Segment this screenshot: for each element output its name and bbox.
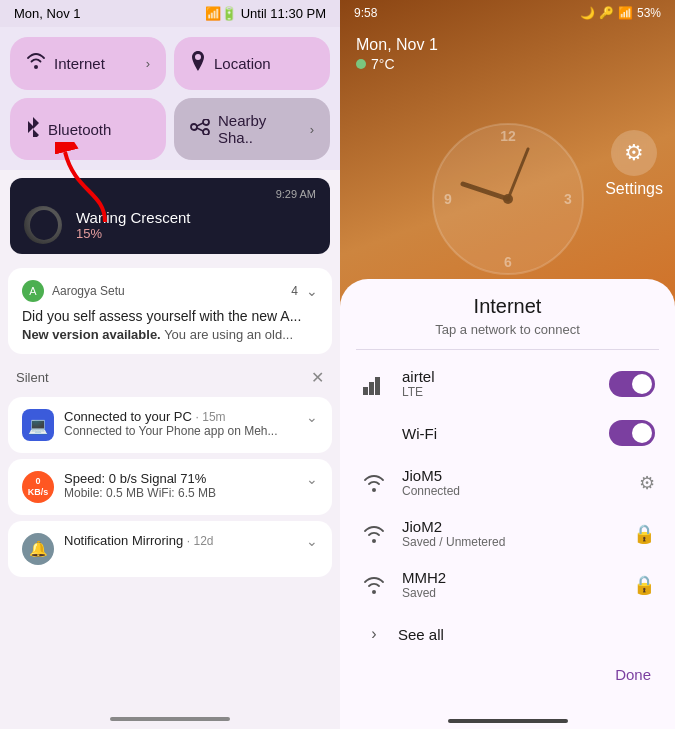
jiom5-gear-action[interactable]: ⚙ xyxy=(639,472,655,494)
wifi-section-name: Wi-Fi xyxy=(402,425,595,442)
mmh2-status: Saved xyxy=(402,586,619,600)
expand-mirror-icon[interactable]: ⌄ xyxy=(306,533,318,549)
expand-icon[interactable]: ⌄ xyxy=(306,283,318,299)
done-button-container: Done xyxy=(340,658,675,699)
jiom5-wifi-icon xyxy=(360,469,388,497)
tile-internet-label: Internet xyxy=(54,55,105,72)
notification-list: A Aarogya Setu 4 ⌄ Did you self assess y… xyxy=(0,262,340,709)
wifi-label-icon xyxy=(360,419,388,447)
settings-label: Settings xyxy=(605,180,663,198)
see-all-row[interactable]: › See all xyxy=(340,610,675,658)
pc-icon: 💻 xyxy=(22,409,54,441)
tile-location-label: Location xyxy=(214,55,271,72)
aarogya-notification[interactable]: A Aarogya Setu 4 ⌄ Did you self assess y… xyxy=(8,268,332,354)
tile-location[interactable]: Location xyxy=(174,37,330,90)
jiom2-info: JioM2 Saved / Unmetered xyxy=(402,518,619,549)
lock-icon-jiom2: 🔒 xyxy=(633,523,655,545)
wifi-toggle-knob xyxy=(632,423,652,443)
connected-pc-notification[interactable]: 💻 Connected to your PC · 15m Connected t… xyxy=(8,397,332,453)
tile-internet[interactable]: Internet › xyxy=(10,37,166,90)
status-bar-right: 9:58 🌙 🔑 📶 53% xyxy=(340,0,675,26)
wifi-icon xyxy=(26,53,46,74)
temp-dot xyxy=(356,59,366,69)
moon-time: 9:29 AM xyxy=(24,188,316,200)
pc-text: Connected to your PC · 15m Connected to … xyxy=(64,409,296,438)
silent-section: Silent ✕ xyxy=(8,360,332,391)
lock-icon-mmh2: 🔒 xyxy=(633,574,655,596)
mirror-time: · 12d xyxy=(187,534,214,548)
home-bar xyxy=(110,717,230,721)
svg-line-4 xyxy=(197,128,203,131)
wallpaper-date: Mon, Nov 1 xyxy=(356,36,659,54)
wallpaper-content: Mon, Nov 1 7°C xyxy=(340,26,675,82)
wifi-toggle-container xyxy=(609,420,655,446)
airtel-name: airtel xyxy=(402,368,595,385)
settings-gear-icon: ⚙ xyxy=(611,130,657,176)
wifi-row[interactable]: Wi-Fi xyxy=(340,409,675,457)
jiom2-wifi-icon xyxy=(360,520,388,548)
moon-phase-title: Waning Crescent xyxy=(76,209,316,226)
moon-content: Waning Crescent 15% xyxy=(24,206,316,244)
vpn-icon: 🔑 xyxy=(599,6,614,20)
aarogya-icon: A xyxy=(22,280,44,302)
airtel-toggle[interactable] xyxy=(609,371,655,397)
wifi-toggle[interactable] xyxy=(609,420,655,446)
nearby-share-icon xyxy=(190,119,210,140)
aarogya-body-text: You are using an old... xyxy=(164,327,293,342)
airtel-network-item[interactable]: airtel LTE xyxy=(340,358,675,409)
expand-pc-icon[interactable]: ⌄ xyxy=(306,409,318,425)
svg-line-3 xyxy=(197,123,203,126)
home-indicator-right xyxy=(340,719,675,723)
left-status-icons: 📶🔋 Until 11:30 PM xyxy=(205,6,326,21)
jiom2-status: Saved / Unmetered xyxy=(402,535,619,549)
svg-text:9: 9 xyxy=(444,191,452,207)
done-button[interactable]: Done xyxy=(615,666,651,683)
see-all-chevron-icon: › xyxy=(360,620,388,648)
mmh2-wifi-icon xyxy=(360,571,388,599)
speed-notification[interactable]: 0KB/s Speed: 0 b/s Signal 71% Mobile: 0.… xyxy=(8,459,332,515)
jiom5-name: JioM5 xyxy=(402,467,625,484)
notif-header: A Aarogya Setu 4 ⌄ xyxy=(22,280,318,302)
silent-close-icon[interactable]: ✕ xyxy=(311,368,324,387)
mirror-icon: 🔔 xyxy=(22,533,54,565)
expand-speed-icon[interactable]: ⌄ xyxy=(306,471,318,487)
silent-label: Silent xyxy=(16,370,49,385)
jiom5-network-item[interactable]: JioM5 Connected ⚙ xyxy=(340,457,675,508)
speed-body: Mobile: 0.5 MB WiFi: 6.5 MB xyxy=(64,486,296,500)
settings-button[interactable]: ⚙ Settings xyxy=(605,130,663,198)
bluetooth-icon xyxy=(26,117,40,142)
mmh2-lock-action: 🔒 xyxy=(633,574,655,596)
home-bar-right xyxy=(448,719,568,723)
tile-bluetooth[interactable]: Bluetooth xyxy=(10,98,166,160)
chevron-right-icon-2: › xyxy=(310,122,314,137)
mirror-row: 🔔 Notification Mirroring · 12d ⌄ xyxy=(22,533,318,565)
jiom2-network-item[interactable]: JioM2 Saved / Unmetered 🔒 xyxy=(340,508,675,559)
svg-point-1 xyxy=(203,119,209,125)
pc-title: Connected to your PC · 15m xyxy=(64,409,296,424)
mirror-text: Notification Mirroring · 12d xyxy=(64,533,296,548)
mirror-title: Notification Mirroring · 12d xyxy=(64,533,296,548)
mirror-notification[interactable]: 🔔 Notification Mirroring · 12d ⌄ xyxy=(8,521,332,577)
tile-nearby-share[interactable]: Nearby Sha.. › xyxy=(174,98,330,160)
svg-text:12: 12 xyxy=(500,128,516,144)
mmh2-network-item[interactable]: MMH2 Saved 🔒 xyxy=(340,559,675,610)
aarogya-app-name: Aarogya Setu xyxy=(52,284,283,298)
svg-rect-14 xyxy=(363,387,368,395)
moon-icon xyxy=(24,206,62,244)
left-time: Mon, Nov 1 xyxy=(14,6,80,21)
location-icon xyxy=(190,51,206,76)
home-indicator-left xyxy=(0,709,340,729)
internet-panel-title: Internet xyxy=(340,295,675,318)
panel-divider xyxy=(356,349,659,350)
svg-point-0 xyxy=(191,124,197,130)
airtel-toggle-container xyxy=(609,371,655,397)
jiom2-lock-action: 🔒 xyxy=(633,523,655,545)
quick-tiles: Internet › Location Bluetooth xyxy=(0,27,340,170)
jiom2-name: JioM2 xyxy=(402,518,619,535)
svg-text:3: 3 xyxy=(564,191,572,207)
mmh2-name: MMH2 xyxy=(402,569,619,586)
battery-right: 53% xyxy=(637,6,661,20)
pc-body: Connected to Your Phone app on Meh... xyxy=(64,424,296,438)
right-status-icons: 🌙 🔑 📶 53% xyxy=(580,6,661,20)
internet-panel-subtitle: Tap a network to connect xyxy=(340,322,675,337)
